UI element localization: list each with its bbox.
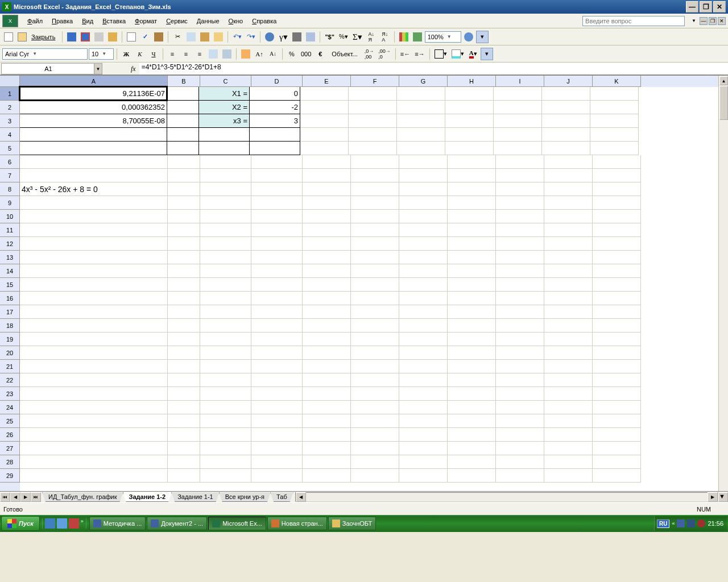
cell-E27[interactable] <box>303 442 351 455</box>
row-header-1[interactable]: 1 <box>0 87 20 101</box>
cell-G12[interactable] <box>399 237 448 251</box>
cell-B9[interactable] <box>168 196 200 210</box>
cell-I12[interactable] <box>496 237 544 251</box>
row-header-27[interactable]: 27 <box>0 442 20 455</box>
cell-J23[interactable] <box>544 387 593 401</box>
row-header-23[interactable]: 23 <box>0 387 20 401</box>
permission-button[interactable] <box>106 31 119 43</box>
cell-H1[interactable] <box>445 87 494 101</box>
cell-D21[interactable] <box>251 360 303 373</box>
fill-color-button[interactable]: ▾ <box>450 48 466 60</box>
cell-D1[interactable]: 0 <box>249 86 300 101</box>
close-file-button[interactable]: Закрыть <box>30 31 59 43</box>
cell-J20[interactable] <box>544 346 593 360</box>
cell-G3[interactable] <box>397 114 445 128</box>
align-center-button[interactable]: ≡ <box>180 48 192 60</box>
toolbar-options-button[interactable]: ▾ <box>476 31 489 43</box>
cell-H14[interactable] <box>448 264 496 278</box>
cell-E12[interactable] <box>303 237 351 251</box>
cell-J2[interactable] <box>542 101 590 114</box>
cell-C20[interactable] <box>200 346 251 360</box>
cell-C23[interactable] <box>200 387 251 401</box>
fill-color2-button[interactable] <box>239 48 252 60</box>
cell-J5[interactable] <box>542 142 590 155</box>
cell-F10[interactable] <box>351 210 399 223</box>
cell-K7[interactable] <box>593 169 641 182</box>
cell-F21[interactable] <box>351 360 399 373</box>
cell-G20[interactable] <box>399 346 448 360</box>
cell-J12[interactable] <box>544 237 593 251</box>
cell-J22[interactable] <box>544 373 593 387</box>
restore-button[interactable]: ❐ <box>700 1 712 13</box>
cell-D24[interactable] <box>251 401 303 414</box>
cell-I25[interactable] <box>496 414 544 428</box>
cell-A29[interactable] <box>20 469 168 483</box>
cell-C6[interactable] <box>200 155 251 169</box>
cell-H13[interactable] <box>448 251 496 264</box>
cell-K15[interactable] <box>593 278 641 292</box>
sheet-tab-4[interactable]: Таб <box>270 492 293 502</box>
cell-E17[interactable] <box>303 305 351 319</box>
language-indicator[interactable]: RU <box>657 519 669 528</box>
cell-E19[interactable] <box>303 332 351 346</box>
clock[interactable]: 21:56 <box>708 520 725 527</box>
name-box[interactable]: A1 ▼ <box>1 63 102 74</box>
bold-button[interactable]: Ж <box>120 48 133 60</box>
cell-A18[interactable] <box>20 319 168 332</box>
cell-G29[interactable] <box>399 469 448 483</box>
cell-H24[interactable] <box>448 401 496 414</box>
cell-K25[interactable] <box>593 414 641 428</box>
col-header-G[interactable]: G <box>399 76 448 87</box>
cell-G5[interactable] <box>397 142 445 155</box>
cell-I29[interactable] <box>496 469 544 483</box>
cell-G10[interactable] <box>399 210 448 223</box>
col-header-F[interactable]: F <box>351 76 399 87</box>
cell-J26[interactable] <box>544 428 593 442</box>
cell-J28[interactable] <box>544 455 593 469</box>
formula-input[interactable]: =4*D1^3-5*D1^2-26*D1+8 <box>139 63 728 74</box>
save-button[interactable] <box>65 31 78 43</box>
underline-button[interactable]: Ч <box>147 48 160 60</box>
copy-button[interactable] <box>185 31 197 43</box>
row-header-11[interactable]: 11 <box>0 223 20 237</box>
redo-button[interactable]: ↷▾ <box>245 31 257 43</box>
cell-F29[interactable] <box>351 469 399 483</box>
cell-F11[interactable] <box>351 223 399 237</box>
tab-nav-prev[interactable]: ◀ <box>10 492 20 502</box>
cell-D28[interactable] <box>251 455 303 469</box>
col-header-A[interactable]: A <box>20 76 168 87</box>
doc-close-button[interactable]: ✕ <box>718 17 726 25</box>
cell-E9[interactable] <box>303 196 351 210</box>
cell-I7[interactable] <box>496 169 544 182</box>
cell-D25[interactable] <box>251 414 303 428</box>
col-header-J[interactable]: J <box>544 76 593 87</box>
help-button[interactable] <box>462 31 475 43</box>
cell-B15[interactable] <box>168 278 200 292</box>
menu-окно[interactable]: Окно <box>224 15 248 27</box>
taskbar-button-0[interactable]: Методичка ... <box>89 517 146 530</box>
cell-D15[interactable] <box>251 278 303 292</box>
cell-K22[interactable] <box>593 373 641 387</box>
cell-F18[interactable] <box>351 319 399 332</box>
cell-E2[interactable] <box>300 101 349 114</box>
cell-I1[interactable] <box>494 87 542 101</box>
cell-J11[interactable] <box>544 223 593 237</box>
cell-C25[interactable] <box>200 414 251 428</box>
align-right-button[interactable]: ≡ <box>193 48 206 60</box>
cells-format-button[interactable] <box>221 48 233 60</box>
cells-area[interactable]: 9,21136E-07X1 =00,000362352X2 =-28,70055… <box>20 87 718 491</box>
menu-вид[interactable]: Вид <box>77 15 98 27</box>
toolbar2-options-button[interactable]: ▾ <box>481 48 493 60</box>
cell-G27[interactable] <box>399 442 448 455</box>
doc-restore-button[interactable]: ❐ <box>709 17 717 25</box>
row-header-17[interactable]: 17 <box>0 305 20 319</box>
cell-B5[interactable] <box>167 141 199 155</box>
cell-I11[interactable] <box>496 223 544 237</box>
cell-G28[interactable] <box>399 455 448 469</box>
cell-G26[interactable] <box>399 428 448 442</box>
tab-nav-first[interactable]: ⏮ <box>0 492 10 502</box>
cell-A21[interactable] <box>20 360 168 373</box>
cell-A1[interactable]: 9,21136E-07 <box>19 86 167 101</box>
cell-G16[interactable] <box>399 292 448 305</box>
cell-A5[interactable] <box>19 141 167 155</box>
